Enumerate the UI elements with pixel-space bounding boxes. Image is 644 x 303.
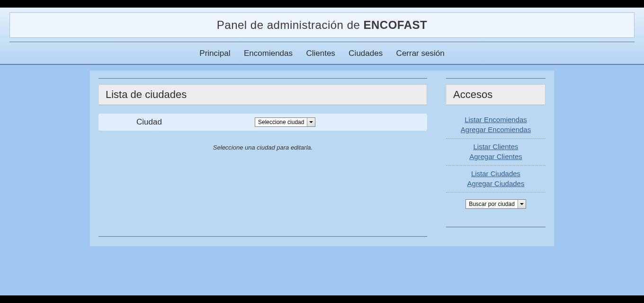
nav-encomiendas[interactable]: Encomiendas — [244, 49, 293, 58]
app-title-box: Panel de administración de ENCOFAST — [9, 12, 635, 38]
main-nav: Principal Encomiendas Clientes Ciudades … — [9, 49, 635, 58]
accesos-list: Listar Encomiendas Agregar Encomiendas L… — [446, 112, 546, 193]
window-bottom-bar — [0, 295, 644, 303]
content-wrap: Lista de ciudades Ciudad Seleccione ciud… — [90, 71, 554, 246]
search-by-city-select[interactable]: Buscar por ciudad — [465, 199, 526, 209]
chevron-down-icon — [307, 118, 315, 126]
sidebar-rule-bottom — [446, 227, 546, 227]
link-agregar-encomiendas[interactable]: Agregar Encomiendas — [446, 125, 546, 134]
city-select[interactable]: Seleccione ciudad — [255, 117, 315, 127]
edit-hint: Seleccione una ciudad para editarla. — [98, 144, 427, 151]
nav-principal[interactable]: Principal — [199, 49, 230, 58]
link-listar-clientes[interactable]: Listar Clientes — [446, 142, 546, 152]
link-listar-ciudades[interactable]: Listar Ciudades — [446, 169, 546, 178]
city-label: Ciudad — [103, 117, 207, 127]
accesos-group-clientes: Listar Clientes Agregar Clientes — [446, 139, 546, 166]
app-title: Panel de administración de ENCOFAST — [10, 18, 634, 32]
nav-clientes[interactable]: Clientes — [306, 49, 335, 58]
link-agregar-clientes[interactable]: Agregar Clientes — [446, 152, 546, 161]
accesos-group-ciudades: Listar Ciudades Agregar Ciudades — [446, 166, 546, 193]
sidebar-heading: Accesos — [446, 84, 546, 105]
link-listar-encomiendas[interactable]: Listar Encomiendas — [446, 115, 546, 125]
search-select-value: Buscar por ciudad — [466, 200, 518, 208]
city-form-row: Ciudad Seleccione ciudad — [98, 114, 427, 131]
chevron-down-icon — [518, 200, 526, 208]
nav-logout[interactable]: Cerrar sesión — [396, 49, 445, 58]
nav-ciudades[interactable]: Ciudades — [349, 49, 383, 58]
city-select-value: Seleccione ciudad — [255, 118, 307, 126]
app-title-prefix: Panel de administración de — [217, 18, 364, 31]
main-rule-bottom — [98, 236, 427, 237]
header-panel: Panel de administración de ENCOFAST Prin… — [0, 8, 644, 65]
sidebar-rule-top — [446, 78, 546, 79]
sidebar-column: Accesos Listar Encomiendas Agregar Encom… — [446, 78, 546, 237]
main-column: Lista de ciudades Ciudad Seleccione ciud… — [98, 78, 427, 237]
header-rule — [9, 42, 635, 42]
main-rule-top — [98, 78, 427, 79]
main-heading: Lista de ciudades — [98, 84, 427, 105]
accesos-group-encomiendas: Listar Encomiendas Agregar Encomiendas — [446, 112, 546, 139]
window-top-bar — [0, 0, 644, 8]
app-title-brand: ENCOFAST — [364, 18, 428, 31]
link-agregar-ciudades[interactable]: Agregar Ciudades — [446, 178, 546, 188]
